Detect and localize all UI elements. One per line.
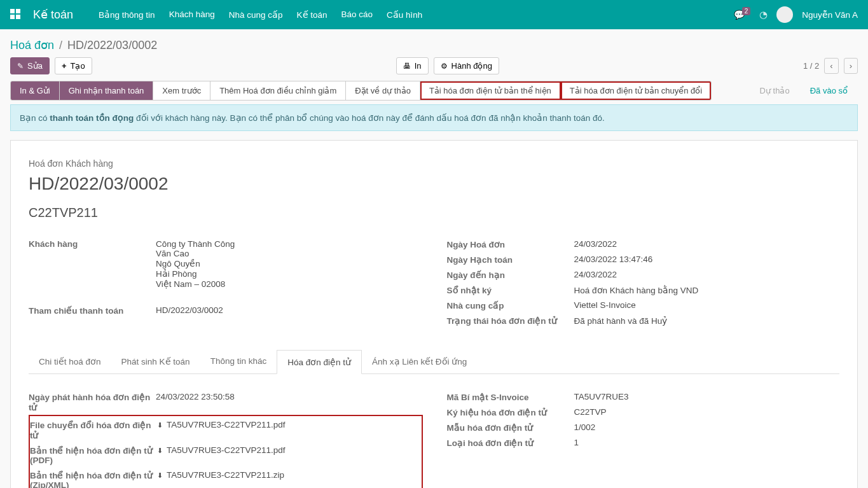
einv-right-col: Mã Bí mật S-InvoiceTA5UV7RUE3 Ký hiệu hó…	[447, 389, 840, 488]
create-button-label: Tạo	[71, 61, 85, 71]
einv-file-pdf[interactable]: TA5UV7RUE3-C22TVP211.pdf	[157, 445, 286, 455]
menu-item[interactable]: Nhà cung cấp	[229, 10, 283, 20]
control-bar: Sửa Tạo In Hành động 1 / 2 ‹ ›	[0, 57, 868, 81]
status-actions: In & Gửi Ghi nhận thanh toán Xem trước T…	[10, 81, 712, 101]
einv-left-col: Ngày phát hành hóa đơn điện tử 24/03/202…	[29, 389, 422, 488]
tab-journal[interactable]: Phát sinh Kế toán	[111, 350, 200, 373]
menu-item[interactable]: Khách hàng	[169, 10, 215, 20]
action-button-label: Hành động	[451, 61, 492, 71]
status-step-einv-display[interactable]: Tải hóa đơn điện tử bản thể hiện	[420, 81, 561, 100]
main-menu: Bảng thông tin Khách hàng Nhà cung cấp K…	[99, 10, 734, 20]
print-icon	[403, 61, 411, 71]
menu-item[interactable]: Kế toán	[297, 10, 327, 20]
tab-other[interactable]: Thông tin khác	[200, 350, 277, 373]
messages-icon[interactable]: 2	[734, 10, 751, 20]
action-button[interactable]: Hành động	[434, 57, 499, 74]
print-button-label: In	[415, 61, 422, 71]
tab-einvoice[interactable]: Hóa đơn điện tử	[277, 350, 362, 374]
status-step-send[interactable]: In & Gửi	[11, 81, 60, 100]
breadcrumb-current: HD/2022/03/0002	[67, 39, 157, 52]
tab-einvoice-body: Ngày phát hành hóa đơn điện tử 24/03/202…	[29, 374, 839, 488]
plus-icon	[62, 61, 67, 71]
menu-item[interactable]: Báo cáo	[341, 10, 373, 20]
payref-value: HD/2022/03/0002	[156, 305, 422, 316]
doc-subtitle: Hoá đơn Khách hàng	[29, 158, 839, 169]
einv-file-convert[interactable]: TA5UV7RUE3-C22TVP211.pdf	[157, 420, 286, 429]
status-step-einv-convert[interactable]: Tải hóa đơn điện tử bản chuyển đổi	[561, 81, 712, 100]
outstanding-notice: Bạn có thanh toán tồn đọng đối với khách…	[10, 104, 858, 131]
pager-next[interactable]: ›	[844, 58, 858, 74]
detail-tabs: Chi tiết hoá đơn Phát sinh Kế toán Thông…	[29, 350, 839, 374]
menu-item[interactable]: Bảng thông tin	[99, 10, 155, 20]
status-step-credit[interactable]: Thêm Hoá đơn điều chỉnh giảm	[210, 81, 346, 100]
breadcrumb: Hoá đơn / HD/2022/03/0002	[0, 29, 868, 57]
user-name[interactable]: Nguyễn Văn A	[802, 10, 858, 20]
download-icon	[157, 470, 163, 480]
edit-button[interactable]: Sửa	[10, 57, 50, 74]
status-step-draft[interactable]: Đặt về dự thảo	[346, 81, 420, 100]
pager: 1 / 2 ‹ ›	[803, 58, 858, 74]
edit-button-label: Sửa	[27, 61, 43, 71]
status-step-payment[interactable]: Ghi nhận thanh toán	[60, 81, 154, 100]
einv-files-highlight: File chuyển đổi hóa đơn điện tử TA5UV7RU…	[29, 415, 423, 488]
doc-number: HD/2022/03/0002	[29, 174, 839, 194]
menu-item[interactable]: Cấu hình	[387, 10, 422, 20]
create-button[interactable]: Tạo	[55, 57, 92, 74]
pager-text: 1 / 2	[803, 61, 819, 71]
stage-draft[interactable]: Dự thảo	[750, 81, 800, 100]
payref-label: Tham chiếu thanh toán	[29, 305, 156, 316]
doc-code: C22TVP211	[29, 206, 839, 220]
breadcrumb-sep: /	[59, 39, 62, 52]
tab-lines[interactable]: Chi tiết hoá đơn	[29, 350, 111, 373]
stage-posted[interactable]: Đã vào sổ	[800, 81, 858, 100]
breadcrumb-root[interactable]: Hoá đơn	[10, 38, 54, 52]
gear-icon	[441, 61, 448, 71]
messages-badge: 2	[742, 7, 751, 15]
statusbar: In & Gửi Ghi nhận thanh toán Xem trước T…	[0, 81, 868, 101]
download-icon	[157, 445, 163, 455]
einv-file-zip[interactable]: TA5UV7RUE3-C22TVP211.zip	[157, 470, 284, 480]
customer-value: Công ty Thành Công Văn Cao Ngô Quyền Hải…	[156, 239, 422, 289]
app-brand: Kế toán	[33, 8, 73, 22]
right-column: Ngày Hoá đơn24/03/2022 Ngày Hạch toán24/…	[447, 237, 840, 328]
form-sheet: Hoá đơn Khách hàng HD/2022/03/0002 C22TV…	[10, 140, 858, 488]
topbar: Kế toán Bảng thông tin Khách hàng Nhà cu…	[0, 0, 868, 29]
activities-icon[interactable]	[759, 9, 768, 20]
print-button[interactable]: In	[396, 57, 429, 74]
left-column: Khách hàng Công ty Thành Công Văn Cao Ng…	[29, 237, 422, 328]
pager-prev[interactable]: ‹	[824, 58, 838, 74]
apps-icon[interactable]	[10, 9, 22, 20]
customer-label: Khách hàng	[29, 239, 156, 289]
pencil-icon	[17, 61, 24, 71]
tab-recon[interactable]: Ánh xạ Liên kết Đối ứng	[362, 350, 477, 373]
avatar[interactable]	[776, 6, 793, 23]
status-step-preview[interactable]: Xem trước	[153, 81, 210, 100]
download-icon	[157, 420, 163, 429]
